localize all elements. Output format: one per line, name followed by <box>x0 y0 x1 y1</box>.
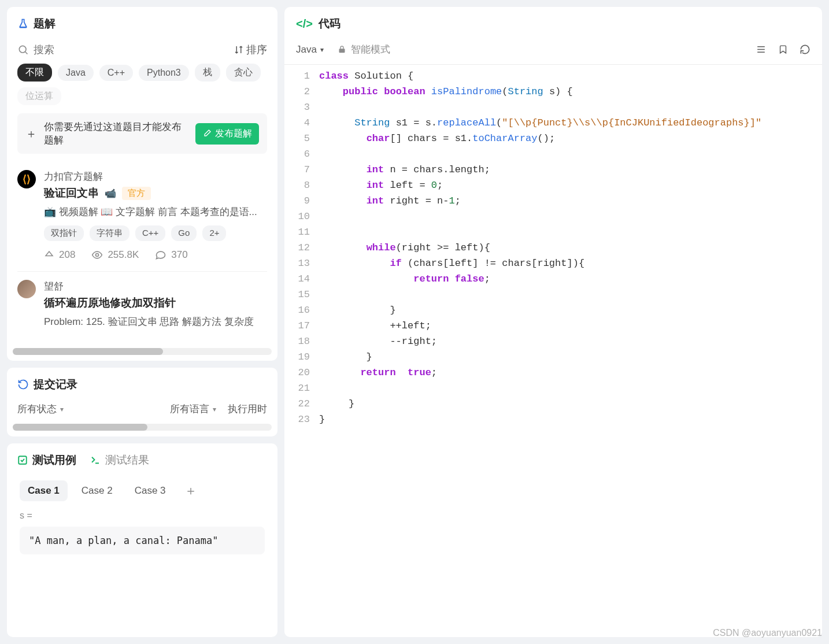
line-gutter: 1234567891011121314151617181920212223 <box>284 68 319 637</box>
solutions-panel: 题解 排序 不限JavaC++Python3栈贪心位运算 ＋ 你需要先通过这道题… <box>7 7 277 361</box>
solution-item[interactable]: 望舒 循环遍历原地修改加双指针 Problem: 125. 验证回文串 思路 解… <box>17 272 267 346</box>
case-tab[interactable]: Case 2 <box>73 480 121 501</box>
sort-icon <box>234 45 244 55</box>
filter-chips: 不限JavaC++Python3栈贪心位运算 <box>7 64 277 113</box>
video-icon: 📹 <box>105 188 116 199</box>
chevron-down-icon: ▾ <box>320 46 324 54</box>
solution-tag[interactable]: 双指针 <box>44 225 84 241</box>
case-variable-label: s = <box>20 510 265 521</box>
terminal-icon <box>90 455 101 465</box>
code-body[interactable]: class Solution { public boolean isPalind… <box>319 68 822 637</box>
upvote-stat[interactable]: 208 <box>44 249 75 261</box>
comment-icon <box>155 249 166 261</box>
list-icon[interactable] <box>756 44 767 55</box>
case-tabs: Case 1Case 2Case 3＋ <box>7 472 277 510</box>
testcases-panel: 测试用例 测试结果 Case 1Case 2Case 3＋ s = "A man… <box>7 443 277 637</box>
publish-hint: 你需要先通过这道题目才能发布题解 <box>44 120 188 147</box>
solution-tag[interactable]: C++ <box>135 225 165 241</box>
horizontal-scrollbar[interactable] <box>13 348 272 355</box>
history-icon <box>17 379 29 390</box>
submissions-panel: 提交记录 所有状态▾ 所有语言▾ 执行用时 <box>7 368 277 436</box>
chevron-down-icon: ▾ <box>213 405 216 413</box>
views-stat: 255.8K <box>91 249 139 261</box>
lock-icon <box>338 45 346 54</box>
code-icon: </> <box>296 17 313 31</box>
time-filter[interactable]: 执行用时 <box>228 402 267 416</box>
sort-button[interactable]: 排序 <box>234 43 267 57</box>
edit-icon <box>202 129 212 138</box>
filter-chip[interactable]: C++ <box>99 65 133 81</box>
solution-author: 力扣官方题解 <box>44 170 267 183</box>
filter-chip[interactable]: Python3 <box>139 65 189 81</box>
svg-point-0 <box>19 46 26 53</box>
eye-icon <box>91 249 103 261</box>
svg-line-1 <box>25 52 28 54</box>
code-editor[interactable]: 1234567891011121314151617181920212223 cl… <box>284 65 822 637</box>
smart-mode[interactable]: 智能模式 <box>338 43 390 56</box>
search-input[interactable] <box>17 44 228 56</box>
tab-testcases[interactable]: 测试用例 <box>17 453 76 468</box>
solution-author: 望舒 <box>44 280 267 293</box>
bookmark-icon[interactable] <box>778 44 788 55</box>
solution-tags: 双指针字符串C++Go2+ <box>44 225 267 241</box>
solution-item[interactable]: ⟨⟩ 力扣官方题解 验证回文串 📹 官方 📺 视频题解 📖 文字题解 前言 本题… <box>17 162 267 272</box>
solution-tag[interactable]: 2+ <box>202 225 226 241</box>
case-value[interactable]: "A man, a plan, a canal: Panama" <box>20 527 265 554</box>
publish-row: ＋ 你需要先通过这道题目才能发布题解 发布题解 <box>17 113 267 154</box>
case-tab[interactable]: Case 3 <box>127 480 174 501</box>
chevron-down-icon: ▾ <box>60 405 64 413</box>
lang-filter[interactable]: 所有语言▾ <box>170 402 216 416</box>
search-icon <box>17 44 29 55</box>
publish-button[interactable]: 发布题解 <box>195 123 259 145</box>
reset-icon[interactable] <box>800 44 811 55</box>
svg-point-2 <box>96 254 99 257</box>
horizontal-scrollbar[interactable] <box>13 424 272 431</box>
solution-description: Problem: 125. 验证回文串 思路 解题方法 复杂度 <box>44 315 267 328</box>
plus-icon[interactable]: ＋ <box>25 126 37 142</box>
code-title: 代码 <box>319 16 341 31</box>
solutions-title: 题解 <box>34 16 55 31</box>
watermark: CSDN @aoyuanyuan0921 <box>713 628 822 638</box>
filter-chip[interactable]: 不限 <box>17 64 52 82</box>
filter-chip[interactable]: 贪心 <box>226 64 261 82</box>
solution-tag[interactable]: 字符串 <box>90 225 129 241</box>
avatar <box>17 280 36 298</box>
submissions-title: 提交记录 <box>34 377 77 392</box>
language-dropdown[interactable]: Java ▾ <box>296 44 324 55</box>
tab-testresults[interactable]: 测试结果 <box>90 453 149 468</box>
solution-description: 📺 视频题解 📖 文字题解 前言 本题考查的是语... <box>44 205 267 219</box>
solution-title: 循环遍历原地修改加双指针 <box>44 295 176 310</box>
filter-chip[interactable]: Java <box>58 65 94 81</box>
code-panel: </> 代码 Java ▾ 智能模式 <box>284 7 822 637</box>
comments-stat[interactable]: 370 <box>155 249 187 261</box>
status-filter[interactable]: 所有状态▾ <box>17 402 64 416</box>
solution-title: 验证回文串 <box>44 186 99 201</box>
avatar: ⟨⟩ <box>17 170 36 188</box>
filter-chip[interactable]: 栈 <box>195 64 220 82</box>
filter-chip[interactable]: 位运算 <box>17 87 61 105</box>
flask-icon <box>17 18 29 29</box>
upvote-icon <box>44 250 54 260</box>
check-square-icon <box>17 455 28 465</box>
add-case-button[interactable]: ＋ <box>180 482 202 499</box>
solution-tag[interactable]: Go <box>171 225 197 241</box>
official-badge: 官方 <box>122 187 151 200</box>
solution-list: ⟨⟩ 力扣官方题解 验证回文串 📹 官方 📺 视频题解 📖 文字题解 前言 本题… <box>7 162 277 346</box>
case-tab[interactable]: Case 1 <box>20 480 68 501</box>
